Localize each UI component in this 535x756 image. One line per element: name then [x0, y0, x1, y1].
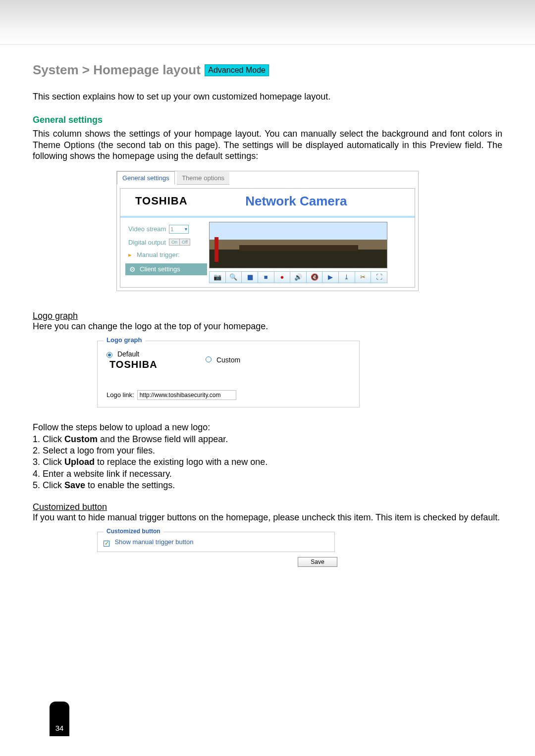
logo-graph-legend: Logo graph	[104, 336, 145, 344]
upload-steps-list: 1. Click Custom and the Browse field wil…	[33, 434, 502, 492]
page-title-line: System > Homepage layout Advanced Mode	[33, 62, 502, 78]
logo-graph-fieldset: Logo graph Default TOSHIBA Custom Logo l…	[97, 341, 360, 407]
video-stream-select[interactable]: 1 ▾	[169, 225, 189, 234]
show-manual-trigger-label: Show manual trigger button	[114, 538, 193, 546]
list-item: 1. Click Custom and the Browse field wil…	[33, 434, 502, 445]
radio-default[interactable]	[107, 352, 112, 358]
mute-icon[interactable]: 🔇	[307, 272, 323, 283]
fullscreen-icon[interactable]: ⛶	[371, 272, 387, 283]
logo-graph-heading: Logo graph	[33, 311, 78, 321]
digital-output-label: Digital output	[128, 239, 166, 246]
record-icon[interactable]: ●	[274, 272, 291, 283]
customized-button-heading: Customized button	[33, 502, 107, 512]
list-item: 3. Click Upload to replace the existing …	[33, 456, 502, 468]
manual-trigger-label: Manual trigger:	[137, 251, 180, 258]
page-top-band	[0, 0, 535, 45]
logo-graph-text: Here you can change the logo at the top …	[33, 321, 502, 332]
logo-link-label: Logo link:	[107, 391, 134, 399]
client-settings-link[interactable]: ⚙ Client settings	[125, 263, 207, 275]
radio-custom[interactable]	[206, 356, 212, 362]
save-button[interactable]: Save	[298, 557, 337, 567]
snapshot-icon[interactable]: 📷	[210, 272, 226, 283]
download-icon[interactable]: ⤓	[339, 272, 355, 283]
digital-output-on[interactable]: On	[169, 239, 180, 245]
preview-tabs: General settings Theme options	[117, 171, 418, 185]
general-settings-paragraph: This column shows the settings of your h…	[33, 128, 502, 162]
digital-output-off[interactable]: Off	[180, 239, 190, 245]
page-number-tab: 34	[50, 702, 69, 736]
homepage-preview: General settings Theme options TOSHIBA N…	[116, 171, 419, 291]
preview-video-area: 📷 🔍 ▮▮ ■ ● 🔊 🔇 ▶ ⤓ ✂ ⛶	[207, 220, 415, 287]
logo-link-input[interactable]: http://www.toshibasecurity.com	[137, 390, 236, 400]
play-icon[interactable]: ▶	[322, 272, 339, 283]
list-item: 4. Enter a website link if necessary.	[33, 468, 502, 480]
radio-default-label: Default	[117, 350, 139, 358]
digital-output-toggle[interactable]: On Off	[169, 239, 190, 246]
video-stream-label: Video stream	[128, 225, 166, 233]
video-preview-image	[209, 222, 387, 268]
customized-button-fieldset: Customized button Show manual trigger bu…	[97, 532, 335, 552]
upload-steps-intro: Follow the steps below to upload a new l…	[33, 422, 502, 433]
chevron-down-icon: ▾	[185, 226, 187, 232]
preview-brand-logo: TOSHIBA	[135, 195, 188, 207]
pause-icon[interactable]: ▮▮	[242, 272, 258, 283]
gear-icon: ⚙	[129, 265, 136, 273]
tab-theme-options[interactable]: Theme options	[177, 172, 229, 185]
video-stream-value: 1	[170, 226, 173, 232]
client-settings-label: Client settings	[140, 265, 180, 273]
general-settings-heading: General settings	[33, 115, 502, 125]
tab-general-settings[interactable]: General settings	[117, 171, 175, 185]
scissors-icon[interactable]: ✂	[355, 272, 372, 283]
list-item: 2. Select a logo from your files.	[33, 445, 502, 456]
customized-button-text: If you want to hide manual trigger butto…	[33, 512, 502, 523]
expand-arrow-icon: ▸	[128, 251, 132, 258]
volume-up-icon[interactable]: 🔊	[290, 272, 307, 283]
advanced-mode-badge: Advanced Mode	[205, 64, 269, 76]
preview-sidebar: Video stream 1 ▾ Digital output On Off	[120, 220, 207, 287]
intro-text: This section explains how to set up your…	[33, 92, 502, 102]
stop-icon[interactable]: ■	[258, 272, 274, 283]
zoom-icon[interactable]: 🔍	[226, 272, 242, 283]
list-item: 5. Click Save to enable the settings.	[33, 480, 502, 491]
radio-custom-label: Custom	[216, 356, 240, 364]
preview-product-title: Network Camera	[188, 194, 405, 209]
page-title: System > Homepage layout	[33, 62, 201, 77]
show-manual-trigger-checkbox[interactable]	[104, 541, 109, 547]
video-toolbar: 📷 🔍 ▮▮ ■ ● 🔊 🔇 ▶ ⤓ ✂ ⛶	[209, 271, 387, 283]
default-logo-preview: TOSHIBA	[109, 359, 206, 370]
customized-button-legend: Customized button	[104, 528, 163, 535]
